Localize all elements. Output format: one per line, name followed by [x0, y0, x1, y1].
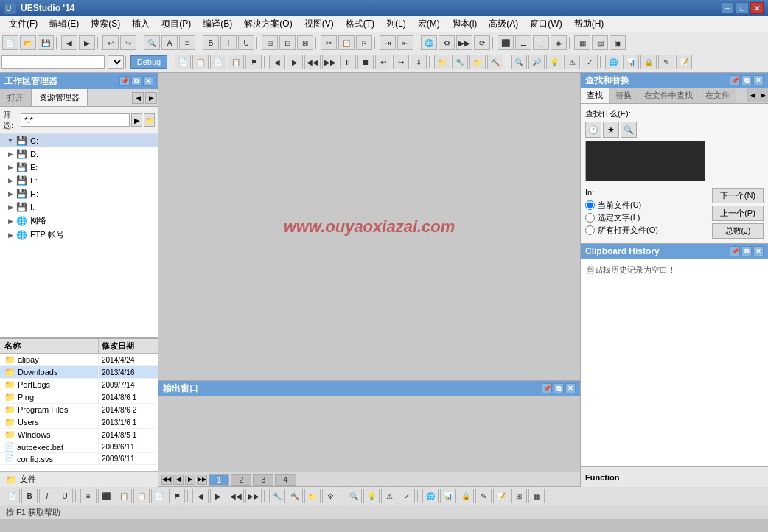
- tab-resource[interactable]: 资源管理器: [32, 89, 88, 106]
- page-nav-prev[interactable]: ◀: [173, 475, 184, 485]
- left-panel-pin[interactable]: 📌: [119, 76, 130, 86]
- tb-btn28[interactable]: ▣: [610, 35, 626, 50]
- btb-btn5[interactable]: ≡: [80, 489, 97, 503]
- btb-btn17[interactable]: 📁: [304, 489, 321, 503]
- radio-selection[interactable]: 选定文字(L): [585, 212, 706, 223]
- menu-script[interactable]: 脚本(i): [446, 16, 484, 32]
- filter-input[interactable]: [21, 113, 130, 127]
- tb-btn47[interactable]: 🔨: [487, 55, 503, 69]
- find-count-btn[interactable]: 总数(J): [712, 223, 764, 239]
- file-tree[interactable]: ▼ 💾 C: ▶ 💾 D: ▶ 💾 E: ▶ 💾 F: ▶ 💾: [0, 134, 158, 338]
- file-row-windows[interactable]: 📁 Windows 2014/8/5 1: [0, 429, 158, 441]
- btb-btn22[interactable]: ✓: [399, 489, 415, 503]
- menu-compile[interactable]: 编译(B): [197, 16, 238, 32]
- tb-btn7[interactable]: B: [203, 35, 219, 50]
- minimize-button[interactable]: ─: [721, 2, 734, 14]
- tb-btn40[interactable]: ⏹: [357, 55, 374, 69]
- tab-nav-right[interactable]: ▶: [145, 92, 157, 104]
- tb-btn38[interactable]: ▶▶: [322, 55, 338, 69]
- radio-current-file[interactable]: 当前文件(U): [585, 200, 706, 211]
- radio-all-open-input[interactable]: [585, 225, 595, 235]
- btb-btn18[interactable]: ⚙: [322, 489, 338, 503]
- radio-selection-input[interactable]: [585, 213, 595, 223]
- tb-btn52[interactable]: ✓: [582, 55, 598, 69]
- tb-btn25[interactable]: ◈: [551, 35, 567, 50]
- tb-btn34[interactable]: ⚑: [245, 55, 262, 69]
- tb-btn12[interactable]: ⊠: [297, 35, 313, 50]
- drive-f[interactable]: ▶ 💾 F:: [0, 174, 158, 187]
- btb-btn14[interactable]: ▶▶: [245, 489, 262, 503]
- menu-insert[interactable]: 插入: [126, 16, 156, 32]
- menu-search[interactable]: 搜索(S): [85, 16, 126, 32]
- tb-btn26[interactable]: ▦: [574, 35, 590, 50]
- tb-btn23[interactable]: ☰: [515, 35, 531, 50]
- btb-btn6[interactable]: ⬛: [98, 489, 114, 503]
- tab-find[interactable]: 查找: [581, 88, 610, 103]
- col-date-header[interactable]: 修改日期: [99, 339, 158, 353]
- page-tab-2[interactable]: 2: [231, 474, 251, 486]
- col-name-header[interactable]: 名称: [0, 339, 99, 353]
- btb-btn23[interactable]: 🌐: [422, 489, 439, 503]
- tb-btn44[interactable]: 📁: [434, 55, 450, 69]
- menu-column[interactable]: 列(L): [380, 16, 412, 32]
- tab-nav-left[interactable]: ◀: [132, 92, 144, 104]
- clipboard-float[interactable]: ⧉: [741, 246, 752, 256]
- right-tab-nav-left[interactable]: ◀: [747, 88, 758, 102]
- page-tab-4[interactable]: 4: [275, 474, 296, 486]
- file-row-programfiles[interactable]: 📁 Program Files 2014/8/6 2: [0, 404, 158, 416]
- drive-d[interactable]: ▶ 💾 D:: [0, 147, 158, 161]
- tab-in-file[interactable]: 在文件: [699, 88, 736, 103]
- btb-italic[interactable]: I: [39, 489, 55, 503]
- tb-btn43[interactable]: ⇓: [411, 55, 427, 69]
- page-nav-first[interactable]: ◀◀: [161, 475, 172, 485]
- menu-format[interactable]: 格式(T): [340, 16, 380, 32]
- tb-btn10[interactable]: ⊞: [262, 35, 278, 50]
- btb-btn25[interactable]: 🔒: [458, 489, 474, 503]
- file-row-ping[interactable]: 📁 Ping 2014/8/6 1: [0, 391, 158, 404]
- tb-btn35[interactable]: ◀: [269, 55, 285, 69]
- btb-btn15[interactable]: 🔧: [269, 489, 285, 503]
- tb-btn39[interactable]: ⏸: [340, 55, 356, 69]
- file-row-config[interactable]: 📄 config.svs 2009/6/11: [0, 453, 158, 465]
- tb-btn55[interactable]: 🔒: [640, 55, 657, 69]
- btb-underline[interactable]: U: [57, 489, 73, 503]
- btb-btn20[interactable]: 💡: [363, 489, 380, 503]
- drive-e[interactable]: ▶ 💾 E:: [0, 161, 158, 174]
- find-float[interactable]: ⧉: [741, 75, 752, 85]
- btb-btn8[interactable]: 📋: [133, 489, 150, 503]
- tb-btn31[interactable]: 📋: [192, 55, 209, 69]
- menu-macro[interactable]: 宏(M): [412, 16, 446, 32]
- tb-btn5[interactable]: A: [161, 35, 178, 50]
- find-tool-star[interactable]: ★: [603, 122, 619, 138]
- menu-solution[interactable]: 解决方案(O): [238, 16, 298, 32]
- menu-project[interactable]: 项目(P): [156, 16, 197, 32]
- tb-btn16[interactable]: ⇥: [380, 35, 396, 50]
- page-tab-1[interactable]: 1: [209, 474, 229, 486]
- btb-btn16[interactable]: 🔨: [287, 489, 303, 503]
- tb-btn53[interactable]: 🌐: [605, 55, 621, 69]
- tb-btn22[interactable]: ⬛: [498, 35, 514, 50]
- find-next-btn[interactable]: 下一个(N): [712, 188, 764, 203]
- tb-btn50[interactable]: 💡: [546, 55, 562, 69]
- tab-find-in-files[interactable]: 在文件中查找: [638, 88, 699, 103]
- find-tool-search[interactable]: 🔍: [621, 122, 637, 138]
- menu-advanced[interactable]: 高级(A): [483, 16, 524, 32]
- search-bar[interactable]: [1, 55, 105, 69]
- tb-redo[interactable]: ↪: [120, 35, 136, 50]
- tb-btn33[interactable]: 📋: [228, 55, 244, 69]
- menu-edit[interactable]: 编辑(E): [43, 16, 85, 32]
- clipboard-close[interactable]: ✕: [753, 246, 764, 256]
- tb-btn56[interactable]: ✎: [658, 55, 674, 69]
- find-pin[interactable]: 📌: [730, 75, 740, 85]
- tb-btn15[interactable]: ⎘: [356, 35, 372, 50]
- tb-btn6[interactable]: ≡: [179, 35, 195, 50]
- find-what-input[interactable]: [585, 141, 705, 181]
- tb-btn24[interactable]: ⬜: [533, 35, 549, 50]
- btb-btn13[interactable]: ◀◀: [228, 489, 244, 503]
- btb-btn9[interactable]: 📄: [151, 489, 167, 503]
- find-prev-btn[interactable]: 上一个(P): [712, 206, 764, 221]
- btb-btn10[interactable]: ⚑: [169, 489, 185, 503]
- btb-btn21[interactable]: ⚠: [381, 489, 397, 503]
- tb-btn41[interactable]: ↩: [375, 55, 391, 69]
- tb-btn17[interactable]: ⇤: [397, 35, 413, 50]
